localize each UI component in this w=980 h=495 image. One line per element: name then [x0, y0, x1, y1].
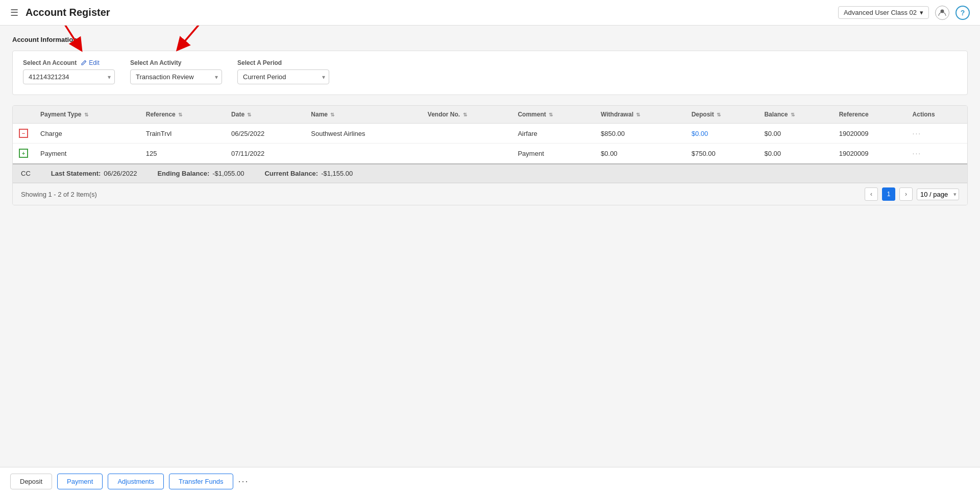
row-actions-menu[interactable]: ··· [913, 149, 922, 157]
cell-date: 06/25/2022 [225, 124, 305, 144]
col-header-payment-type[interactable]: Payment Type ⇅ [34, 106, 140, 124]
cell-vendor-no [422, 144, 512, 163]
sort-icon-vendor-no[interactable]: ⇅ [463, 112, 467, 117]
payment-icon: + [19, 149, 28, 158]
cell-deposit: $750.00 [685, 144, 758, 163]
pagination-bar: Showing 1 - 2 of 2 Item(s) ‹ 1 › 10 / pa… [13, 183, 967, 205]
cc-label: CC [21, 170, 31, 177]
cell-payment-type: Payment [34, 144, 140, 163]
user-class-dropdown[interactable]: Advanced User Class 02 ▾ [838, 6, 929, 19]
cell-reference: 125 [140, 144, 225, 163]
cell-balance: $0.00 [758, 124, 832, 144]
header-right: Advanced User Class 02 ▾ ? [838, 6, 970, 20]
charge-icon: − [19, 129, 28, 138]
adjustments-button[interactable]: Adjustments [108, 474, 164, 489]
ending-balance-value: -$1,055.00 [212, 170, 244, 177]
main-content: Account Information Select An Account Ed… [0, 26, 980, 467]
col-header-reference[interactable]: Reference ⇅ [140, 106, 225, 124]
table-row: + Payment 125 07/11/2022 Payment $0.00 $… [13, 144, 967, 163]
per-page-select[interactable]: 10 / page [917, 188, 959, 200]
row-icon-cell: + [13, 144, 34, 163]
sort-icon-payment-type[interactable]: ⇅ [84, 112, 88, 117]
sort-icon-withdrawal[interactable]: ⇅ [636, 112, 640, 117]
pagination-controls: ‹ 1 › 10 / page [865, 187, 959, 201]
col-header-comment[interactable]: Comment ⇅ [511, 106, 595, 124]
col-header-deposit[interactable]: Deposit ⇅ [685, 106, 758, 124]
edit-link[interactable]: Edit [81, 59, 100, 66]
cell-reference2: 19020009 [833, 124, 906, 144]
row-actions-menu[interactable]: ··· [913, 129, 922, 137]
select-account-label: Select An Account [23, 59, 77, 66]
col-header-actions: Actions [906, 106, 967, 124]
footer-bar: Deposit Payment Adjustments Transfer Fun… [0, 467, 980, 495]
ending-balance-label: Ending Balance: [157, 170, 209, 177]
period-select[interactable]: Current Period [237, 69, 329, 84]
current-balance-label: Current Balance: [264, 170, 318, 177]
cell-comment: Airfare [511, 124, 595, 144]
col-header-icon [13, 106, 34, 124]
next-page-button[interactable]: › [899, 187, 913, 201]
last-statement-label: Last Statement: [51, 170, 101, 177]
select-period-label: Select A Period [237, 59, 329, 66]
cell-actions[interactable]: ··· [906, 124, 967, 144]
chevron-down-icon: ▾ [920, 9, 923, 16]
cell-balance: $0.00 [758, 144, 832, 163]
prev-page-button[interactable]: ‹ [865, 187, 878, 201]
col-header-balance[interactable]: Balance ⇅ [758, 106, 832, 124]
cell-reference: TrainTrvl [140, 124, 225, 144]
col-header-name[interactable]: Name ⇅ [305, 106, 421, 124]
user-class-label: Advanced User Class 02 [844, 9, 917, 16]
sort-icon-name[interactable]: ⇅ [330, 112, 334, 117]
app-header: ☰ Account Register Advanced User Class 0… [0, 0, 980, 26]
sort-icon-reference[interactable]: ⇅ [178, 112, 182, 117]
col-header-vendor-no[interactable]: Vendor No. ⇅ [422, 106, 512, 124]
cell-deposit: $0.00 [685, 124, 758, 144]
period-select-wrapper[interactable]: Current Period [237, 69, 329, 84]
sort-icon-date[interactable]: ⇅ [247, 112, 251, 117]
user-icon[interactable] [935, 6, 949, 20]
app-title: Account Register [26, 7, 838, 18]
table-body: − Charge TrainTrvl 06/25/2022 Southwest … [13, 124, 967, 163]
account-info-label: Account Information [12, 36, 968, 43]
activity-dropdown-group: Select An Activity Transaction Review [130, 59, 222, 84]
account-info-panel: Select An Account Edit 41214321234 [12, 51, 968, 95]
cell-payment-type: Charge [34, 124, 140, 144]
sort-icon-deposit[interactable]: ⇅ [717, 112, 721, 117]
account-info-area: Account Information Select An Account Ed… [12, 36, 968, 95]
cell-name: Southwest Airlines [305, 124, 421, 144]
last-statement: Last Statement: 06/26/2022 [51, 170, 137, 177]
col-header-withdrawal[interactable]: Withdrawal ⇅ [595, 106, 685, 124]
ending-balance: Ending Balance: -$1,055.00 [157, 170, 244, 177]
dropdowns-row: Select An Account Edit 41214321234 [23, 59, 957, 84]
account-select-wrapper[interactable]: 41214321234 [23, 69, 115, 84]
cell-date: 07/11/2022 [225, 144, 305, 163]
period-dropdown-group: Select A Period Current Period [237, 59, 329, 84]
account-select[interactable]: 41214321234 [23, 69, 115, 84]
cell-actions[interactable]: ··· [906, 144, 967, 163]
menu-icon[interactable]: ☰ [10, 7, 18, 18]
help-icon[interactable]: ? [955, 6, 970, 20]
current-balance: Current Balance: -$1,155.00 [264, 170, 353, 177]
page-1-button[interactable]: 1 [882, 187, 895, 201]
payment-button[interactable]: Payment [57, 474, 103, 489]
deposit-button[interactable]: Deposit [10, 474, 52, 489]
last-statement-value: 06/26/2022 [104, 170, 137, 177]
cell-reference2: 19020009 [833, 144, 906, 163]
showing-text: Showing 1 - 2 of 2 Item(s) [21, 191, 97, 198]
cell-withdrawal: $850.00 [595, 124, 685, 144]
activity-select[interactable]: Transaction Review [130, 69, 222, 84]
col-header-reference2[interactable]: Reference [833, 106, 906, 124]
account-dropdown-group: Select An Account Edit 41214321234 [23, 59, 115, 84]
per-page-wrapper[interactable]: 10 / page [917, 188, 959, 200]
col-header-date[interactable]: Date ⇅ [225, 106, 305, 124]
table-panel: Payment Type ⇅ Reference ⇅ Date ⇅ Name ⇅ [12, 105, 968, 205]
activity-select-wrapper[interactable]: Transaction Review [130, 69, 222, 84]
footer-more-icon[interactable]: ··· [238, 476, 249, 487]
transfer-funds-button[interactable]: Transfer Funds [169, 474, 233, 489]
table-row: − Charge TrainTrvl 06/25/2022 Southwest … [13, 124, 967, 144]
sort-icon-comment[interactable]: ⇅ [549, 112, 553, 117]
transactions-table: Payment Type ⇅ Reference ⇅ Date ⇅ Name ⇅ [13, 106, 967, 163]
current-balance-value: -$1,155.00 [321, 170, 353, 177]
sort-icon-balance[interactable]: ⇅ [791, 112, 795, 117]
cell-name [305, 144, 421, 163]
